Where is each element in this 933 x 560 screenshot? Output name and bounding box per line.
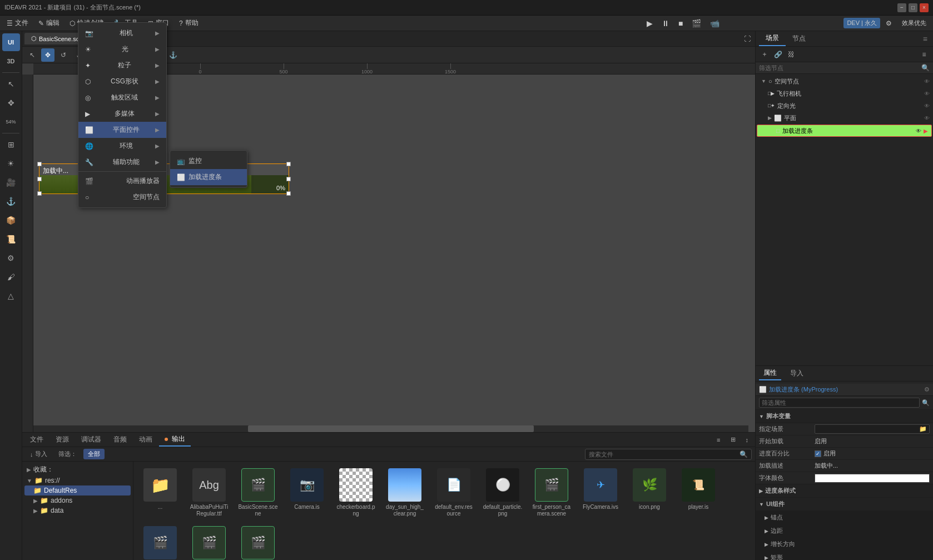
file-item-camera[interactable]: 📷 Camera.is (285, 466, 329, 519)
node-settings-icon[interactable]: ≡ (919, 49, 930, 60)
tree-item-defaultres[interactable]: 📁 DefaultRes (24, 485, 131, 495)
sidebar-item-script[interactable]: 📜 (2, 230, 20, 248)
right-tab-node[interactable]: 节点 (786, 32, 812, 46)
file-item-player[interactable]: 📜 player.is (676, 466, 721, 519)
ctx-item-light[interactable]: ☀ 光 ▶ (78, 41, 166, 57)
maximize-button[interactable]: □ (909, 3, 917, 12)
ctx-item-spatial[interactable]: ○ 空间节点 (78, 189, 166, 205)
sidebar-item-snap[interactable]: ⊞ (2, 136, 20, 153)
sub-item-loadbar[interactable]: ⬜ 加载进度条 (170, 169, 247, 185)
tab-audio[interactable]: 音频 (108, 433, 132, 446)
node-item-space[interactable]: ▼ ○ 空间节点 👁 (756, 75, 933, 87)
tool-anchor2[interactable]: ⚓ (166, 48, 180, 62)
settings-icon[interactable]: ⚙ (884, 18, 894, 28)
play-button[interactable]: ▶ (647, 19, 653, 28)
add-node-button[interactable]: + (759, 49, 770, 60)
checkbox-progress-pct[interactable] (815, 450, 821, 457)
prop-color-font[interactable] (815, 474, 930, 483)
menu-item-file[interactable]: ☰ 文件 (2, 17, 33, 29)
menu-item-edit[interactable]: ✎ 编辑 (34, 17, 64, 29)
btm-sort-icon[interactable]: ↕ (741, 435, 753, 444)
quality-button[interactable]: 效果优先 (897, 17, 931, 29)
section-progress-style[interactable]: ▶ 进度条样式 (756, 484, 933, 498)
menu-item-help[interactable]: ? 帮助 (175, 17, 203, 29)
node-vis-loadbar[interactable]: 👁 (916, 128, 921, 134)
expand-scene-button[interactable]: ⛶ (742, 33, 753, 44)
tab-output[interactable]: 输出 (159, 433, 191, 447)
sidebar-item-anchor[interactable]: ⚓ (2, 192, 20, 210)
tree-item-res[interactable]: ▼ 📁 res:// (24, 475, 131, 485)
pause-button[interactable]: ⏸ (662, 19, 669, 28)
file-item-ray[interactable]: 🎬 Ray_detect.scene (187, 524, 231, 560)
node-vis-flycam[interactable]: 👁 (924, 91, 930, 97)
resize-handle-br[interactable] (286, 191, 291, 196)
ctx-item-plane[interactable]: ⬜ 平面控件 ▶ (78, 122, 166, 138)
node-item-loadingbar[interactable]: □ 加载进度条 👁 ▶ (757, 125, 932, 137)
sidebar-item-terrain[interactable]: △ (2, 287, 20, 305)
node-vis-dirlight[interactable]: 👁 (924, 103, 930, 109)
prop-tab-properties[interactable]: 属性 (759, 366, 781, 380)
sidebar-item-light[interactable]: ☀ (2, 155, 20, 172)
section-script-vars[interactable]: ▼ 脚本变量 (756, 410, 933, 423)
sidebar-item-zoom[interactable]: 54% (2, 113, 20, 131)
sidebar-item-prefab[interactable]: 📦 (2, 211, 20, 229)
right-tab-scene[interactable]: 场景 (759, 31, 786, 46)
tab-assets[interactable]: 资源 (50, 433, 75, 446)
sidebar-item-ui[interactable]: UI (2, 33, 20, 51)
node-item-dirlight[interactable]: □✦ 定向光 👁 (756, 100, 933, 112)
ctx-item-animator[interactable]: 🎬 动画播放器 (78, 173, 166, 189)
node-vis-space[interactable]: 👁 (924, 78, 930, 85)
link-button[interactable]: 🔗 (772, 49, 783, 60)
section-anchor[interactable]: ▶ 锚点 (756, 511, 933, 524)
file-item-particle[interactable]: ⚪ default_particle.png (480, 466, 525, 519)
file-item-icon[interactable]: 🌿 icon.png (627, 466, 672, 519)
stop-button[interactable]: ■ (678, 19, 683, 28)
resize-handle-tr[interactable] (286, 162, 291, 166)
filter-all-button[interactable]: 全部 (83, 449, 105, 459)
tab-animation[interactable]: 动画 (133, 433, 158, 446)
section-border[interactable]: ▶ 边距 (756, 524, 933, 538)
btm-list-icon[interactable]: ≡ (712, 435, 724, 444)
import-button[interactable]: ↓ 导入 (26, 449, 52, 459)
sidebar-item-move[interactable]: ✥ (2, 94, 20, 112)
tab-debugger[interactable]: 调试器 (76, 433, 107, 446)
chain-button[interactable]: ⛓ (786, 49, 797, 60)
resize-handle-ml[interactable] (37, 177, 42, 181)
sidebar-item-select[interactable]: ↖ (2, 75, 20, 93)
preview-button[interactable]: 📹 (710, 19, 719, 28)
resize-handle-tl[interactable] (37, 162, 42, 166)
node-item-plane[interactable]: ▶ ⬜ 平面 👁 (756, 112, 933, 124)
prop-filter-input[interactable] (759, 398, 920, 408)
section-grow[interactable]: ▶ 增长方向 (756, 538, 933, 551)
ctx-item-env[interactable]: 🌐 环境 ▶ (78, 138, 166, 154)
minimize-button[interactable]: − (897, 3, 906, 12)
resize-handle-bl[interactable] (37, 191, 42, 196)
ctx-item-media[interactable]: ▶ 多媒体 ▶ (78, 106, 166, 122)
node-search-input[interactable] (759, 65, 919, 71)
close-button[interactable]: × (920, 3, 929, 12)
tree-item-favorites[interactable]: ▶ 收藏： (24, 464, 131, 475)
ctx-item-trigger[interactable]: ◎ 触发区域 ▶ (78, 90, 166, 106)
tree-item-data[interactable]: ▶ 📁 data (24, 506, 131, 516)
section-ui-component[interactable]: ▼ UI组件 (756, 498, 933, 511)
file-item-font[interactable]: Abg AlibabaPuHuiTiRegular.ttf (187, 466, 231, 519)
ctx-item-particles[interactable]: ✦ 粒子 ▶ (78, 57, 166, 73)
ctx-item-camera[interactable]: 📷 相机 ▶ (78, 25, 166, 41)
file-search-box[interactable]: 🔍 (585, 449, 752, 460)
node-item-flycam[interactable]: □▶ 飞行相机 👁 (756, 87, 933, 100)
tree-item-addons[interactable]: ▶ 📁 addons (24, 495, 131, 506)
sub-menu[interactable]: 📺 监控 ⬜ 加载进度条 (170, 150, 247, 188)
prop-settings-icon[interactable]: ⚙ (924, 386, 930, 393)
sidebar-item-paint[interactable]: 🖌 (2, 268, 20, 286)
h-scrollbar[interactable] (33, 425, 748, 432)
tool-select[interactable]: ↖ (26, 48, 39, 62)
build-button[interactable]: 🎬 (692, 19, 701, 28)
file-item-checker[interactable]: checkerboard.png (334, 466, 378, 519)
context-menu[interactable]: 📷 相机 ▶ ☀ 光 ▶ ✦ 粒子 ▶ ⬡ CSG形状 ▶ ◎ 触发区域 ▶ ▶… (78, 22, 167, 208)
sidebar-item-physics[interactable]: ⚙ (2, 249, 20, 267)
prop-tab-import[interactable]: 导入 (786, 367, 808, 380)
ctx-item-assist[interactable]: 🔧 辅助功能 ▶ (78, 154, 166, 170)
file-item-fpcam[interactable]: 🎬 first_person_camera.scene (529, 466, 574, 519)
file-item-up[interactable]: 📁 ... (138, 466, 182, 519)
sidebar-item-camera[interactable]: 🎥 (2, 174, 20, 191)
